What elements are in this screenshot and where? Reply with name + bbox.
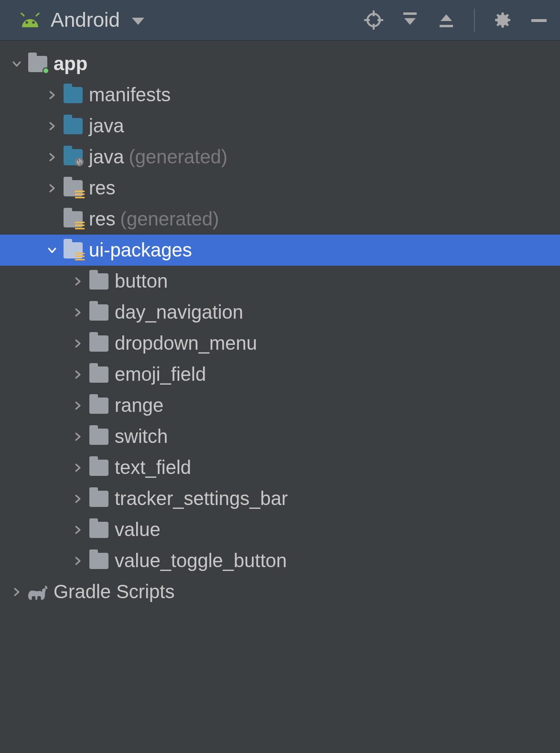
header-actions	[362, 9, 550, 32]
svg-line-2	[21, 13, 24, 16]
tree-node-emoji-field[interactable]: emoji_field	[0, 359, 560, 390]
tree-node-gradle-scripts[interactable]: Gradle Scripts	[0, 576, 560, 607]
divider	[474, 9, 475, 32]
tree-label: res	[89, 177, 116, 199]
tree-node-java[interactable]: java	[0, 110, 560, 141]
chevron-right-icon	[72, 275, 84, 288]
hide-icon[interactable]	[528, 9, 550, 32]
chevron-right-icon	[72, 430, 84, 443]
tree-label: range	[115, 395, 163, 416]
folder-icon	[89, 271, 109, 291]
svg-rect-9	[403, 12, 417, 15]
tree-label: button	[115, 270, 168, 292]
folder-icon	[63, 85, 83, 105]
folder-icon	[89, 427, 109, 447]
tree-node-value[interactable]: value	[0, 514, 560, 545]
chevron-right-icon	[46, 89, 58, 101]
tree-node-day-navigation[interactable]: day_navigation	[0, 297, 560, 328]
tree-label: java	[89, 146, 124, 168]
folder-icon	[89, 365, 109, 385]
chevron-right-icon	[11, 586, 23, 598]
tree-node-button[interactable]: button	[0, 266, 560, 297]
chevron-right-icon	[46, 120, 58, 132]
tree-node-switch[interactable]: switch	[0, 421, 560, 452]
chevron-down-icon	[46, 244, 58, 257]
svg-marker-10	[404, 18, 416, 25]
tree-node-text-field[interactable]: text_field	[0, 452, 560, 483]
tree-node-app[interactable]: app	[0, 48, 560, 79]
tree-label: text_field	[115, 457, 191, 478]
tree-node-res-generated[interactable]: res (generated)	[0, 204, 560, 235]
collapse-all-icon[interactable]	[435, 9, 458, 32]
tree-node-java-generated[interactable]: java (generated)	[0, 141, 560, 172]
resource-folder-icon	[63, 209, 83, 229]
tree-label: ui-packages	[89, 239, 192, 261]
folder-icon	[89, 520, 109, 540]
chevron-right-icon	[46, 151, 58, 163]
gear-icon[interactable]	[491, 9, 514, 32]
target-icon[interactable]	[362, 9, 385, 32]
tree-node-dropdown-menu[interactable]: dropdown_menu	[0, 328, 560, 359]
chevron-down-icon	[11, 58, 23, 70]
folder-icon	[89, 333, 109, 354]
expand-all-icon[interactable]	[398, 9, 421, 32]
gradle-icon	[28, 582, 48, 602]
folder-icon	[89, 458, 109, 478]
svg-point-14	[41, 590, 43, 592]
chevron-right-icon	[72, 555, 84, 567]
tree-node-value-toggle-button[interactable]: value_toggle_button	[0, 545, 560, 576]
panel-header: Android	[0, 0, 560, 41]
folder-icon	[89, 302, 109, 323]
chevron-right-icon	[72, 306, 84, 319]
svg-point-1	[32, 21, 35, 24]
generated-folder-icon	[63, 147, 83, 167]
svg-line-3	[36, 13, 39, 16]
tree-label: java	[89, 115, 124, 137]
tree-node-manifests[interactable]: manifests	[0, 79, 560, 110]
view-selector[interactable]: Android	[19, 9, 144, 32]
tree-label: value_toggle_button	[115, 550, 287, 571]
tree-node-range[interactable]: range	[0, 390, 560, 421]
module-folder-icon	[28, 54, 48, 74]
resource-folder-icon	[63, 178, 83, 198]
tree-label: manifests	[89, 84, 171, 106]
android-icon	[19, 13, 41, 27]
tree-label: value	[115, 519, 161, 540]
tree-suffix: (generated)	[124, 146, 227, 168]
tree-node-tracker-settings-bar[interactable]: tracker_settings_bar	[0, 483, 560, 514]
tree-label: switch	[115, 426, 168, 447]
chevron-right-icon	[72, 399, 84, 412]
chevron-right-icon	[46, 182, 58, 194]
svg-rect-13	[531, 19, 547, 22]
svg-rect-12	[440, 25, 453, 27]
tree-label: tracker_settings_bar	[115, 488, 288, 509]
folder-icon	[89, 396, 109, 416]
tree-label: Gradle Scripts	[54, 581, 174, 602]
project-tree: app manifests java java (generated)	[0, 41, 560, 607]
tree-label: res	[89, 208, 116, 230]
tree-label: dropdown_menu	[115, 333, 257, 354]
chevron-down-icon	[132, 18, 144, 25]
chevron-right-icon	[72, 524, 84, 536]
tree-suffix: (generated)	[116, 208, 219, 230]
tree-label: app	[54, 53, 87, 75]
chevron-right-icon	[72, 368, 84, 381]
folder-icon	[89, 489, 109, 509]
tree-node-ui-packages[interactable]: ui-packages	[0, 235, 560, 266]
chevron-right-icon	[72, 493, 84, 505]
view-label: Android	[48, 9, 125, 32]
svg-marker-11	[441, 14, 452, 21]
svg-point-0	[25, 21, 28, 24]
chevron-right-icon	[72, 337, 84, 350]
tree-label: emoji_field	[115, 364, 206, 385]
tree-label: day_navigation	[115, 301, 243, 323]
chevron-right-icon	[72, 462, 84, 474]
folder-icon	[63, 116, 83, 136]
resource-folder-icon	[63, 240, 83, 260]
tree-node-res[interactable]: res	[0, 172, 560, 204]
folder-icon	[89, 551, 109, 571]
